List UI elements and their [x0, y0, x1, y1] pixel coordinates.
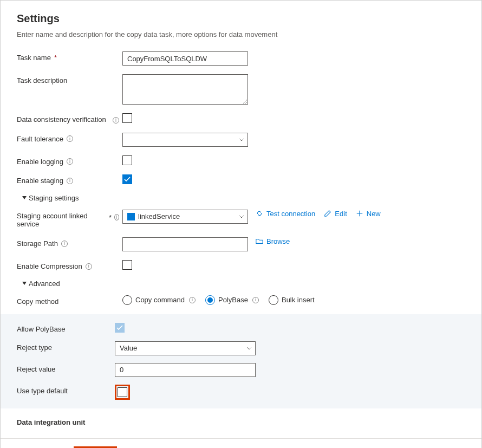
enable-compression-label: Enable Compression i [17, 260, 109, 271]
info-icon[interactable]: i [113, 117, 119, 124]
reject-type-label: Reject type [17, 341, 112, 352]
reject-value-input[interactable] [115, 363, 256, 377]
plus-icon [356, 210, 363, 217]
reject-type-select[interactable]: Value [115, 341, 256, 355]
allow-polybase-label: Allow PolyBase [17, 323, 112, 334]
edit-link[interactable]: Edit [324, 210, 347, 218]
info-icon[interactable]: i [67, 135, 73, 142]
info-icon[interactable]: i [114, 214, 119, 220]
info-icon[interactable]: i [252, 297, 259, 303]
bulk-insert-radio[interactable]: Bulk insert [269, 295, 315, 305]
enable-compression-checkbox[interactable] [122, 260, 132, 270]
enable-staging-checkbox[interactable] [122, 174, 132, 184]
check-icon [116, 325, 123, 330]
staging-account-label: Staging account linked service [17, 210, 109, 229]
task-description-label: Task description [17, 74, 109, 85]
allow-polybase-checkbox [115, 323, 125, 333]
info-icon[interactable]: i [67, 158, 73, 165]
chevron-down-icon [239, 138, 244, 141]
chevron-down-icon [239, 215, 244, 218]
enable-logging-label: Enable logging i [17, 155, 109, 166]
browse-link[interactable]: Browse [256, 237, 290, 245]
polybase-panel: Allow PolyBase Reject type Value [1, 314, 481, 408]
copy-command-radio[interactable]: Copy command i [122, 295, 196, 305]
advanced-header[interactable]: Advanced [22, 280, 465, 288]
check-icon [124, 177, 131, 182]
info-icon[interactable]: i [86, 263, 92, 270]
storage-path-input[interactable] [122, 237, 248, 251]
info-icon[interactable]: i [67, 178, 73, 184]
info-icon[interactable]: i [61, 241, 68, 247]
page-subtitle: Enter name and description for the copy … [17, 30, 465, 38]
info-icon[interactable]: i [189, 297, 196, 303]
reject-value-label: Reject value [17, 363, 112, 374]
chevron-down-icon [246, 347, 252, 350]
use-type-default-checkbox[interactable] [118, 387, 127, 397]
fault-tolerance-select[interactable] [122, 133, 248, 147]
page-title: Settings [17, 12, 465, 25]
storage-path-label: Storage Path i [17, 237, 109, 248]
highlight-use-type-default [115, 385, 130, 400]
test-connection-icon [256, 210, 263, 217]
staging-settings-header[interactable]: Staging settings [22, 194, 465, 202]
data-consistency-checkbox[interactable] [122, 113, 132, 123]
collapse-icon [22, 196, 27, 199]
fault-tolerance-label: Fault tolerance i [17, 133, 109, 144]
task-description-input[interactable] [122, 74, 248, 105]
enable-staging-label: Enable staging i [17, 174, 109, 185]
task-name-input[interactable] [122, 51, 248, 66]
folder-icon [256, 237, 263, 245]
new-link[interactable]: New [356, 210, 381, 218]
staging-account-select[interactable]: linkedService [122, 210, 248, 224]
service-icon [127, 213, 135, 220]
data-integration-unit-label: Data integration unit [17, 416, 109, 427]
polybase-radio[interactable]: PolyBase i [205, 295, 259, 305]
task-name-label: Task name* [17, 51, 109, 62]
use-type-default-label: Use type default [17, 385, 112, 395]
enable-logging-checkbox[interactable] [122, 155, 132, 165]
data-consistency-label: Data consistency verification [17, 113, 109, 124]
collapse-icon [22, 282, 27, 285]
edit-icon [324, 210, 331, 217]
copy-method-label: Copy method [17, 295, 109, 306]
test-connection-link[interactable]: Test connection [256, 210, 315, 218]
